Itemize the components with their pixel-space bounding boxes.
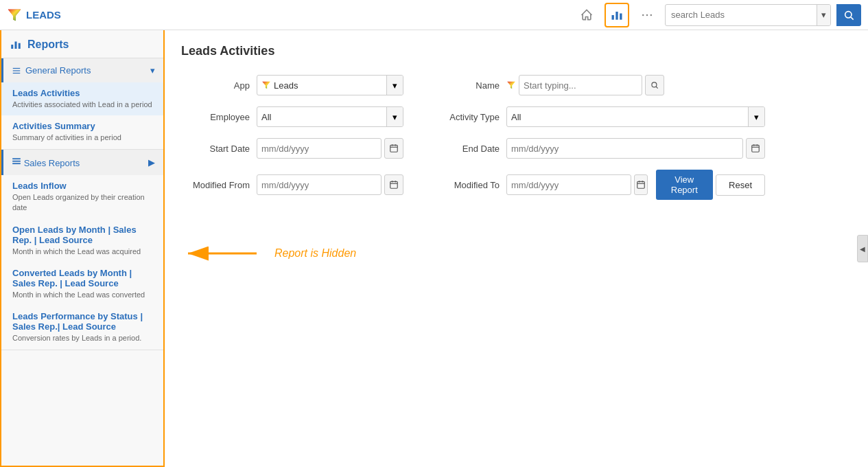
employee-select[interactable]: All ▾ bbox=[257, 106, 403, 127]
activity-type-select[interactable]: All ▾ bbox=[506, 106, 765, 127]
modified-from-row: Modified From bbox=[181, 170, 403, 200]
view-report-button[interactable]: View Report bbox=[656, 170, 714, 200]
sidebar-item-converted-leads-month[interactable]: Converted Leads by Month | Sales Rep. | … bbox=[1, 262, 163, 306]
sidebar-item-open-leads-month[interactable]: Open Leads by Month | Sales Rep. | Lead … bbox=[1, 219, 163, 262]
sales-reports-section: Sales Reports ▶ Leads Inflow Open Leads … bbox=[1, 150, 163, 350]
list-icon bbox=[12, 66, 21, 76]
page-title: Leads Activities bbox=[181, 44, 852, 58]
svg-rect-19 bbox=[12, 163, 21, 164]
chart-button[interactable] bbox=[605, 3, 629, 27]
start-date-calendar-icon bbox=[389, 144, 399, 153]
modified-to-input[interactable] bbox=[506, 174, 631, 195]
end-date-label: End Date bbox=[431, 144, 500, 154]
svg-point-7 bbox=[646, 14, 648, 16]
end-date-input[interactable] bbox=[506, 138, 743, 159]
home-button[interactable] bbox=[574, 3, 599, 27]
svg-line-10 bbox=[851, 17, 854, 20]
hidden-report-arrow bbox=[181, 241, 263, 266]
main-layout: Reports General Reports ▾ Leads Activiti… bbox=[0, 30, 868, 467]
search-submit-button[interactable] bbox=[836, 4, 861, 26]
start-date-calendar-button[interactable] bbox=[384, 138, 403, 159]
svg-rect-16 bbox=[13, 72, 21, 73]
name-input[interactable] bbox=[519, 75, 642, 95]
employee-row: Employee All ▾ bbox=[181, 106, 403, 127]
sidebar-item-desc: Open Leads organized by their creation d… bbox=[12, 192, 155, 214]
sales-reports-header[interactable]: Sales Reports ▶ bbox=[1, 150, 163, 175]
sales-reports-label: Sales Reports bbox=[24, 158, 80, 168]
search-dropdown-button[interactable]: ▾ bbox=[817, 5, 830, 25]
modified-to-calendar-button[interactable] bbox=[634, 174, 648, 195]
app-row: App bbox=[181, 75, 403, 95]
svg-marker-2 bbox=[8, 9, 21, 21]
svg-rect-15 bbox=[13, 70, 21, 71]
sidebar-item-leads-performance[interactable]: Leads Performance by Status | Sales Rep.… bbox=[1, 306, 163, 349]
report-form: App bbox=[181, 75, 696, 200]
svg-rect-32 bbox=[390, 181, 398, 188]
arrow-container bbox=[181, 241, 263, 266]
activity-type-label: Activity Type bbox=[431, 112, 500, 122]
more-options-button[interactable] bbox=[635, 3, 659, 27]
svg-rect-12 bbox=[15, 42, 17, 49]
app-select-arrow-button[interactable]: ▾ bbox=[386, 76, 403, 95]
sidebar-item-desc: Month in which the Lead was acquired bbox=[12, 247, 155, 257]
sidebar-item-title: Converted Leads by Month | Sales Rep. | … bbox=[12, 268, 155, 288]
app-label: App bbox=[181, 80, 250, 91]
employee-label: Employee bbox=[181, 112, 250, 122]
activity-type-row: Activity Type All ▾ bbox=[431, 106, 765, 127]
sidebar-item-activities-summary[interactable]: Activities Summary Summary of activities… bbox=[1, 115, 163, 148]
modified-from-calendar-icon bbox=[389, 180, 399, 190]
modified-from-input[interactable] bbox=[257, 174, 382, 195]
svg-line-23 bbox=[656, 87, 658, 89]
svg-rect-11 bbox=[11, 45, 13, 49]
reports-title: Reports bbox=[27, 38, 69, 51]
modified-to-row: Modified To View Report Reset bbox=[431, 170, 765, 200]
name-label: Name bbox=[431, 80, 500, 91]
reset-button[interactable]: Reset bbox=[716, 174, 765, 196]
sidebar-item-title: Leads Activities bbox=[12, 88, 155, 98]
svg-rect-17 bbox=[12, 158, 21, 159]
svg-rect-13 bbox=[19, 43, 21, 49]
reports-header: Reports bbox=[1, 30, 163, 58]
search-input[interactable] bbox=[666, 10, 817, 20]
sidebar: Reports General Reports ▾ Leads Activiti… bbox=[0, 30, 165, 467]
name-search-button[interactable] bbox=[645, 75, 664, 95]
svg-rect-14 bbox=[13, 67, 21, 68]
svg-point-22 bbox=[652, 82, 657, 87]
activity-type-select-arrow[interactable]: ▾ bbox=[748, 107, 764, 126]
content-area: Leads Activities App bbox=[165, 30, 868, 467]
svg-rect-3 bbox=[612, 15, 614, 20]
modified-from-calendar-button[interactable] bbox=[384, 174, 403, 195]
sidebar-item-title: Leads Performance by Status | Sales Rep.… bbox=[12, 311, 155, 332]
general-reports-label: General Reports bbox=[25, 65, 91, 76]
name-funnel-icon bbox=[506, 80, 516, 90]
general-reports-chevron: ▾ bbox=[150, 65, 155, 76]
start-date-input[interactable] bbox=[257, 138, 382, 159]
bar-chart-icon bbox=[610, 8, 624, 22]
sales-list-icon bbox=[12, 157, 21, 166]
modified-to-calendar-icon bbox=[636, 180, 646, 190]
app-select-wrap[interactable]: Leads ▾ bbox=[257, 75, 403, 95]
svg-rect-28 bbox=[752, 145, 760, 152]
collapse-sidebar-button[interactable]: ◀ bbox=[857, 235, 868, 262]
sidebar-item-title: Open Leads by Month | Sales Rep. | Lead … bbox=[12, 225, 155, 245]
name-row: Name bbox=[431, 75, 765, 95]
svg-rect-24 bbox=[390, 145, 398, 152]
modified-from-label: Modified From bbox=[181, 180, 250, 190]
sidebar-item-title: Activities Summary bbox=[12, 121, 155, 131]
search-icon bbox=[843, 10, 854, 21]
start-date-label: Start Date bbox=[181, 144, 250, 154]
app-title: LEADS bbox=[26, 9, 61, 21]
employee-select-arrow[interactable]: ▾ bbox=[386, 107, 403, 126]
svg-rect-18 bbox=[12, 161, 21, 162]
sidebar-item-leads-activities[interactable]: Leads Activities Activities associated w… bbox=[1, 82, 163, 115]
sidebar-item-title: Leads Inflow bbox=[12, 181, 155, 191]
home-icon bbox=[580, 8, 594, 22]
end-date-calendar-button[interactable] bbox=[746, 138, 765, 159]
funnel-logo-icon bbox=[7, 8, 22, 23]
sidebar-item-leads-inflow[interactable]: Leads Inflow Open Leads organized by the… bbox=[1, 175, 163, 219]
end-date-row: End Date bbox=[431, 138, 765, 159]
more-icon bbox=[640, 8, 654, 22]
activity-type-value: All bbox=[511, 112, 521, 122]
general-reports-header[interactable]: General Reports ▾ bbox=[1, 58, 163, 82]
sidebar-item-desc: Activities associated with Lead in a per… bbox=[12, 100, 155, 110]
